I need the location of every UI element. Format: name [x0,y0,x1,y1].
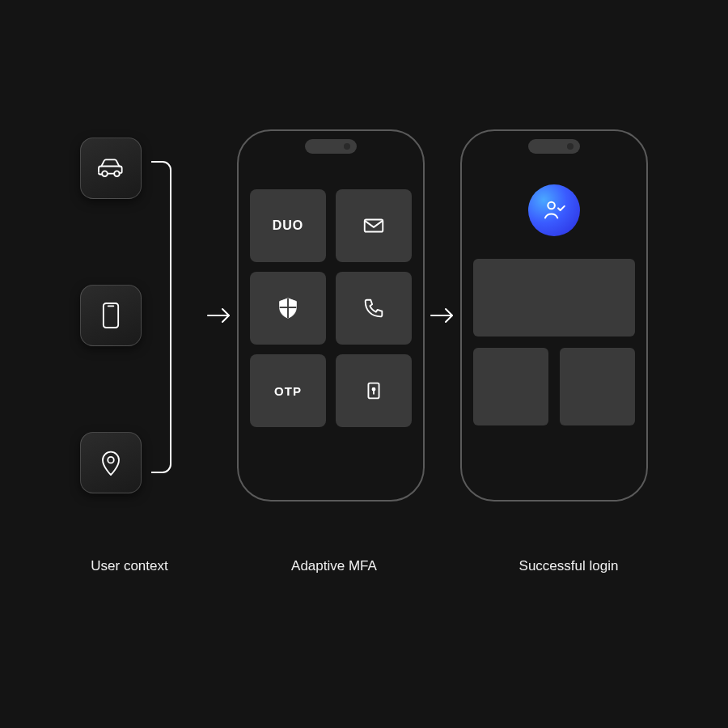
otp-icon: OTP [274,384,302,398]
diagram-stage: DUO OTP [0,129,728,502]
svg-rect-2 [104,303,118,328]
context-tile-car [80,138,142,199]
svg-point-1 [114,171,120,176]
shield-icon [276,296,300,320]
phone-mfa: DUO OTP [237,129,425,502]
phone-notch [528,139,580,154]
label-user-context: User context [51,558,208,574]
mfa-tile-otp: OTP [250,354,326,427]
labels-row: User context Adaptive MFA Successful log… [0,558,728,574]
context-bracket [151,160,174,474]
phone-call-icon [362,296,386,320]
placeholder-block [560,348,635,425]
mfa-tile-email [336,189,412,262]
arrow-1 [201,306,237,325]
placeholder-stack [473,259,635,425]
mfa-grid: DUO OTP [250,189,412,427]
arrow-right-icon [206,306,232,325]
svg-point-4 [108,457,114,463]
label-successful-login: Successful login [460,558,677,574]
phone-notch [305,139,357,154]
mfa-tile-lock-key [336,354,412,427]
user-context-column [80,138,201,493]
user-check-icon [540,197,568,224]
context-tile-phone [80,285,142,346]
lock-key-icon [362,379,386,403]
arrow-2 [425,306,460,325]
svg-point-0 [102,171,108,176]
svg-point-13 [548,202,555,209]
placeholder-block [473,348,548,425]
label-adaptive-mfa: Adaptive MFA [208,558,460,574]
success-avatar [528,184,580,236]
phone-success [460,129,648,502]
placeholder-block [473,259,635,336]
mfa-tile-phone-call [336,272,412,345]
mfa-tile-shield [250,272,326,345]
success-body [473,184,635,425]
phone-device-icon [95,299,127,332]
context-tile-location [80,432,142,493]
car-icon [95,152,127,184]
mail-icon [362,214,386,238]
arrow-right-icon [430,306,455,325]
location-pin-icon [95,447,127,479]
mfa-tile-duo: DUO [250,189,326,262]
svg-rect-6 [365,220,383,232]
duo-icon: DUO [273,218,304,233]
